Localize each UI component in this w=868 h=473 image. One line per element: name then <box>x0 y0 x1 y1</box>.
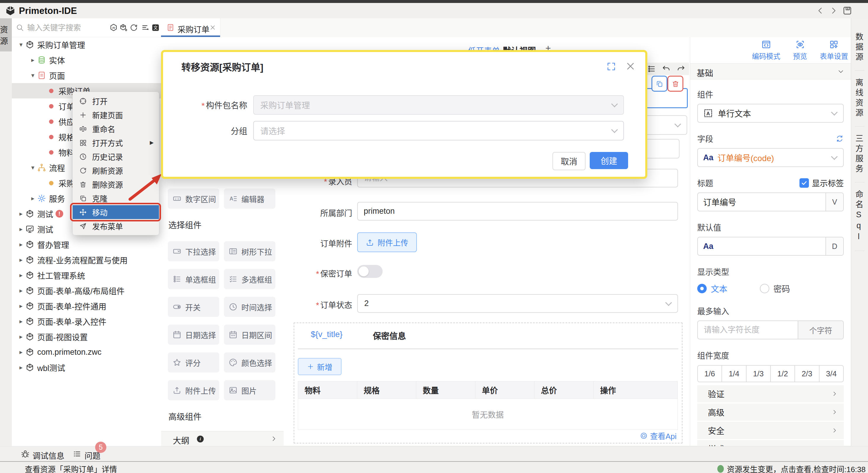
inspector-section[interactable]: 安全 <box>697 422 844 439</box>
width-option[interactable]: 2/3 <box>795 366 819 382</box>
tree-expand-icon[interactable]: ▾ <box>28 72 37 79</box>
ai-icon[interactable]: AI <box>109 23 118 32</box>
palette-item-checkbox-group[interactable]: 多选框组 <box>224 269 275 289</box>
copy-component-button[interactable] <box>651 76 668 92</box>
tree-item[interactable]: ▸实体 <box>12 52 161 68</box>
tree-item[interactable]: ▾页面 <box>12 68 161 83</box>
tree-item[interactable]: ▸流程-业务流程配置与使用 <box>12 252 161 268</box>
tree-expand-icon[interactable]: ▸ <box>17 241 25 248</box>
context-menu-item-publish[interactable]: 发布菜单 <box>73 219 159 233</box>
group-select[interactable]: 请选择 <box>253 121 624 141</box>
view-api-link[interactable]: 查看Api <box>640 430 677 441</box>
width-option[interactable]: 1/3 <box>747 366 771 382</box>
palette-item-color[interactable]: 颜色选择 <box>224 352 275 373</box>
width-option[interactable]: 3/4 <box>819 366 843 382</box>
undo-icon[interactable] <box>662 64 671 73</box>
palette-item-upload[interactable]: 附件上传 <box>168 380 219 400</box>
context-menu-item-open-with[interactable]: 打开方式▶ <box>73 136 159 150</box>
show-label-checkbox[interactable] <box>800 178 809 188</box>
section-basic-header[interactable]: 基础 <box>690 64 851 80</box>
component-select[interactable]: A 单行文本 <box>697 104 844 123</box>
left-rail-tab-resources[interactable]: 资源 <box>0 18 12 52</box>
tree-expand-icon[interactable]: ▸ <box>28 56 37 64</box>
action-form-settings[interactable]: 表单设置 <box>817 37 851 63</box>
tree-expand-icon[interactable]: ▸ <box>17 272 25 279</box>
action-code-mode[interactable]: 编码模式 <box>749 37 783 63</box>
right-rail-tab[interactable]: 三方服务 <box>855 126 865 182</box>
right-rail-tab[interactable]: 命名Sql <box>855 182 865 251</box>
cancel-button[interactable]: 取消 <box>553 152 586 170</box>
sort-icon[interactable] <box>141 23 150 32</box>
field-select[interactable]: Aa 订单编号(code) <box>697 148 844 167</box>
tree-expand-icon[interactable]: ▸ <box>17 333 25 340</box>
palette-item-radio-group[interactable]: 单选框组 <box>168 269 219 289</box>
palette-item-star[interactable]: 评分 <box>168 352 219 373</box>
tree-item[interactable]: ▾采购订单管理 <box>12 37 161 52</box>
palette-item-time[interactable]: 时间选择 <box>224 297 275 317</box>
delete-component-button[interactable] <box>668 76 683 92</box>
palette-item-image[interactable]: 图片 <box>224 380 275 400</box>
context-menu-item-clone[interactable]: 克隆 <box>73 191 159 205</box>
tree-item[interactable]: ▸页面-表单-高级/布局组件 <box>12 283 161 298</box>
close-tab-icon[interactable] <box>210 24 216 31</box>
context-menu-item-rename[interactable]: 重命名 <box>73 122 159 136</box>
maxlen-input[interactable] <box>703 325 785 335</box>
settings-list-icon[interactable] <box>647 64 656 73</box>
right-rail-tab[interactable]: 数据源 <box>855 25 865 71</box>
tree-item[interactable]: ▸com.primeton.zwc <box>12 345 161 360</box>
close-icon[interactable] <box>625 61 636 71</box>
radio-password[interactable] <box>760 284 769 293</box>
right-rail-tab[interactable]: 离线资源 <box>855 71 865 126</box>
context-menu-item-refresh[interactable]: 刷新资源 <box>73 164 159 177</box>
fullscreen-icon[interactable] <box>606 61 616 71</box>
palette-item-editor[interactable]: A编辑器 <box>224 188 275 209</box>
palette-item-dropdown[interactable]: 下拉选择 <box>168 241 219 261</box>
tree-expand-icon[interactable]: ▸ <box>17 210 25 217</box>
back-icon[interactable] <box>816 6 825 15</box>
inspector-section[interactable]: 高级 <box>697 404 844 421</box>
tab-purchase-order[interactable]: 采购订单 <box>161 18 220 37</box>
width-option[interactable]: 1/2 <box>771 366 795 382</box>
resource-change-notice[interactable]: 资源发生变更，点击查看,检查时间:16:38 <box>717 463 866 473</box>
forward-icon[interactable] <box>829 6 838 15</box>
width-option[interactable]: 1/4 <box>722 366 746 382</box>
chevron-right-icon[interactable] <box>270 435 277 442</box>
palette-item-date[interactable]: 日期选择 <box>168 325 219 345</box>
action-preview[interactable]: 预览 <box>783 37 817 63</box>
order-status-select[interactable]: 2 <box>357 294 678 313</box>
palette-item-number-range[interactable]: 1~3数字区间 <box>168 188 219 209</box>
context-menu-item-plus[interactable]: 新建页面 <box>73 108 159 122</box>
package-name-select[interactable]: 采购订单管理 <box>253 95 624 115</box>
tree-item[interactable]: ▸页面-视图设置 <box>12 329 161 345</box>
palette-item-tree-dropdown[interactable]: 树形下拉 <box>224 241 275 261</box>
context-menu-item-move[interactable]: 移动 <box>73 205 159 219</box>
tree-item[interactable]: ▸页面-表单-录入控件 <box>12 314 161 329</box>
title-input-group[interactable]: 订单编号 V <box>697 193 844 211</box>
tree-expand-icon[interactable]: ▸ <box>17 256 25 263</box>
tree-expand-icon[interactable]: ▸ <box>17 318 25 325</box>
search-input[interactable] <box>27 22 102 34</box>
palette-item-date-range[interactable]: 日期区间 <box>224 325 275 345</box>
sync-field-icon[interactable] <box>836 135 844 143</box>
maxlen-input-group[interactable]: 个字符 <box>697 321 844 339</box>
tree-item[interactable]: ▸社工管理系统 <box>12 268 161 283</box>
tree-expand-icon[interactable]: ▸ <box>17 287 25 294</box>
subform-tab-secret[interactable]: 保密信息 <box>373 330 406 342</box>
outline-bar[interactable]: 大纲 i <box>161 431 284 446</box>
subform-tab-vtitle[interactable]: ${v_title} <box>311 330 342 339</box>
tree-expand-icon[interactable]: ▸ <box>17 302 25 309</box>
debug-info-button[interactable]: 调试信息 <box>32 450 64 461</box>
tree-expand-icon[interactable]: ▾ <box>28 164 37 171</box>
new-component-icon[interactable] <box>119 23 128 32</box>
department-input[interactable] <box>357 202 678 220</box>
context-menu-item-trash[interactable]: 删除资源 <box>73 177 159 191</box>
tree-item[interactable]: ▸wbl测试 <box>12 360 161 375</box>
attachment-upload-button[interactable]: 附件上传 <box>357 232 417 252</box>
redo-icon[interactable] <box>677 64 685 73</box>
translate-icon[interactable]: 文 <box>151 23 160 32</box>
tree-expand-icon[interactable]: ▸ <box>17 226 25 233</box>
tree-expand-icon[interactable]: ▾ <box>17 41 25 48</box>
tree-expand-icon[interactable]: ▸ <box>17 349 25 356</box>
tree-item[interactable]: ▸页面-表单-控件通用 <box>12 298 161 314</box>
palette-item-switch[interactable]: 开关 <box>168 297 219 317</box>
